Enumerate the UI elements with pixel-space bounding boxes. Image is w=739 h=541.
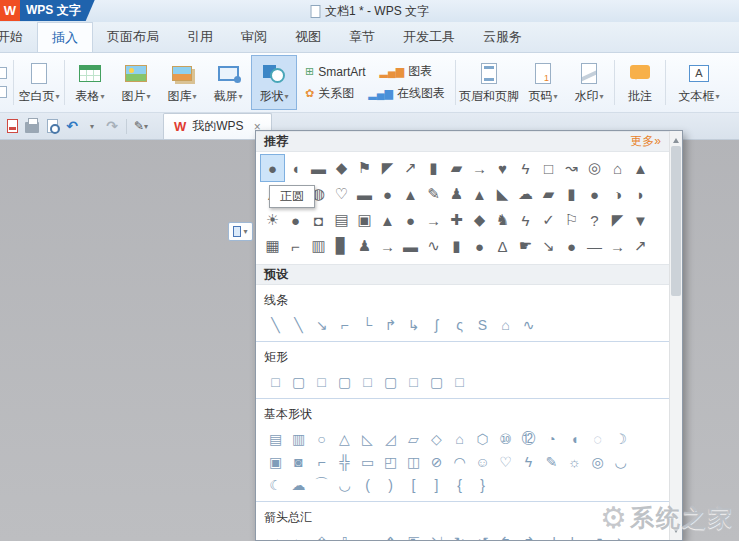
export-pdf-button[interactable] xyxy=(3,115,21,137)
tab-insert[interactable]: 插入 xyxy=(37,22,93,52)
shape-icon[interactable]: ⌐ xyxy=(310,450,333,473)
shape-icon[interactable]: ▲ xyxy=(376,207,399,233)
shape-icon[interactable]: ↳ xyxy=(402,313,425,336)
shape-icon[interactable]: △ xyxy=(333,427,356,450)
shape-icon[interactable]: ς xyxy=(448,313,471,336)
shape-icon[interactable]: ♟ xyxy=(353,233,376,259)
shape-icon[interactable]: ⇨ xyxy=(264,530,287,540)
shape-icon[interactable]: ⌐ xyxy=(333,313,356,336)
shape-icon[interactable]: ◆ xyxy=(468,207,491,233)
shape-icon[interactable]: ◡ xyxy=(333,473,356,496)
shape-icon[interactable]: ▥ xyxy=(287,427,310,450)
shape-icon[interactable]: ϟ xyxy=(517,450,540,473)
shape-icon[interactable]: → xyxy=(376,233,399,259)
shape-icon[interactable]: ⌂ xyxy=(606,155,629,181)
shape-icon[interactable]: ◤ xyxy=(606,207,629,233)
shape-icon[interactable]: ( xyxy=(356,473,379,496)
shape-icon[interactable]: ▮ xyxy=(560,181,583,207)
undo-dropdown[interactable]: ▾ xyxy=(83,115,101,137)
gallery-button[interactable]: 图库 xyxy=(159,55,205,110)
panel-scrollbar[interactable] xyxy=(669,131,682,540)
shape-icon[interactable]: ▮ xyxy=(445,233,468,259)
shape-icon[interactable]: ▱ xyxy=(402,427,425,450)
tab-home[interactable]: 开始 xyxy=(0,22,37,52)
shape-icon[interactable]: { xyxy=(448,473,471,496)
paste-options-button[interactable]: ▾ xyxy=(228,222,253,241)
shape-icon[interactable]: □ xyxy=(264,370,287,393)
shape-icon[interactable]: ▣ xyxy=(353,207,376,233)
shape-icon[interactable]: └ xyxy=(356,313,379,336)
shape-icon[interactable]: ⑩ xyxy=(494,427,517,450)
shape-icon[interactable]: ʃ xyxy=(425,313,448,336)
tab-section[interactable]: 章节 xyxy=(335,22,389,52)
shape-icon[interactable]: ╬ xyxy=(333,450,356,473)
table-button[interactable]: 表格 xyxy=(67,55,113,110)
shape-icon[interactable]: ▦ xyxy=(261,233,284,259)
picture-button[interactable]: 图片 xyxy=(113,55,159,110)
shape-icon[interactable]: ╲ xyxy=(264,313,287,336)
shape-icon[interactable]: ✚ xyxy=(445,207,468,233)
shape-icon[interactable]: ⇘ xyxy=(609,530,632,540)
print-preview-button[interactable] xyxy=(43,115,61,137)
shape-icon[interactable]: [ xyxy=(402,473,425,496)
shape-icon[interactable]: ◆ xyxy=(330,155,353,181)
shape-icon[interactable]: ↗ xyxy=(629,233,652,259)
shape-icon[interactable]: ⌒ xyxy=(310,473,333,496)
shape-icon[interactable]: ⑫ xyxy=(517,427,540,450)
shape-icon[interactable]: ▼ xyxy=(629,207,652,233)
shape-icon[interactable]: ☺ xyxy=(471,450,494,473)
shape-icon[interactable]: ● xyxy=(284,207,307,233)
tab-view[interactable]: 视图 xyxy=(281,22,335,52)
shape-icon[interactable]: ☁ xyxy=(287,473,310,496)
online-chart-button[interactable]: ▂▄▆ 在线图表 xyxy=(368,85,445,102)
shape-icon[interactable]: ⌂ xyxy=(494,313,517,336)
shape-icon[interactable]: ◠ xyxy=(448,450,471,473)
header-footer-button[interactable]: 页眉和页脚 xyxy=(458,55,520,110)
shape-icon[interactable]: ⚐ xyxy=(560,207,583,233)
shape-icon[interactable]: ♡ xyxy=(494,450,517,473)
shape-icon[interactable]: ◘ xyxy=(307,207,330,233)
smartart-button[interactable]: ⊞ SmartArt xyxy=(305,63,366,80)
tab-page-layout[interactable]: 页面布局 xyxy=(93,22,173,52)
shape-icon[interactable]: ▰ xyxy=(445,155,468,181)
redo-button[interactable]: ↷ xyxy=(103,115,121,137)
shape-icon[interactable]: ↲ xyxy=(540,530,563,540)
pen-tool-button[interactable]: ✎ ▾ xyxy=(132,115,150,137)
shape-icon[interactable]: ∿ xyxy=(517,313,540,336)
shape-icon[interactable]: ⇦ xyxy=(287,530,310,540)
shape-icon[interactable]: ↺ xyxy=(471,530,494,540)
shape-icon[interactable]: ▢ xyxy=(333,370,356,393)
shape-icon[interactable]: ▊ xyxy=(330,233,353,259)
shape-icon[interactable]: ● xyxy=(399,207,422,233)
shape-icon[interactable]: ▬ xyxy=(399,233,422,259)
shape-icon[interactable]: ] xyxy=(425,473,448,496)
shape-icon[interactable]: → xyxy=(422,207,445,233)
shape-icon[interactable]: Δ xyxy=(491,233,514,259)
shape-icon[interactable]: ◎ xyxy=(586,450,609,473)
shape-icon[interactable]: ◡ xyxy=(609,450,632,473)
wps-logo[interactable]: W WPS 文字 xyxy=(0,0,95,21)
shape-icon[interactable]: ◇ xyxy=(425,427,448,450)
shape-icon[interactable]: ◖ xyxy=(563,427,586,450)
shape-icon[interactable]: ▬ xyxy=(307,155,330,181)
shape-icon[interactable]: ◙ xyxy=(287,450,310,473)
shape-icon[interactable]: ◫ xyxy=(402,450,425,473)
shape-icon[interactable]: □ xyxy=(448,370,471,393)
tab-developer[interactable]: 开发工具 xyxy=(389,22,469,52)
shape-icon[interactable]: ▲ xyxy=(399,181,422,207)
shape-icon[interactable]: ↝ xyxy=(560,155,583,181)
scrollbar-down-arrow[interactable] xyxy=(670,527,682,540)
shape-icon[interactable]: ◗ xyxy=(629,181,652,207)
shape-icon[interactable]: ↱ xyxy=(379,313,402,336)
shape-icon[interactable]: ◑ xyxy=(606,181,629,207)
shape-icon[interactable]: ↱ xyxy=(517,530,540,540)
shape-icon[interactable]: □ xyxy=(356,370,379,393)
scrollbar-thumb[interactable] xyxy=(671,146,681,296)
watermark-button[interactable]: 水印 xyxy=(566,55,612,110)
shape-icon[interactable]: ☁ xyxy=(514,181,537,207)
shape-icon[interactable]: ☛ xyxy=(514,233,537,259)
shape-icon[interactable]: ▢ xyxy=(425,370,448,393)
page-number-button[interactable]: 页码 xyxy=(520,55,566,110)
shape-icon[interactable]: ▲ xyxy=(629,155,652,181)
print-button[interactable] xyxy=(23,115,41,137)
